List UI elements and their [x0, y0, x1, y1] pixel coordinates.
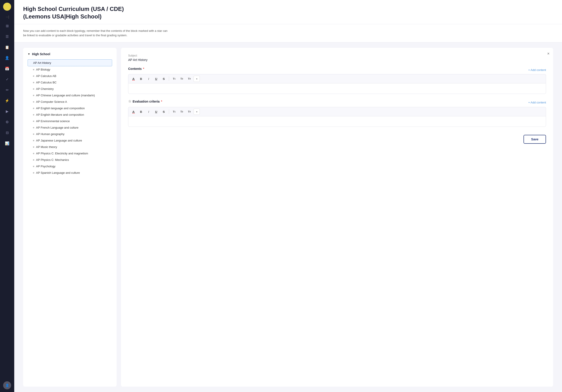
tree-item-label: AP Music theory — [36, 145, 57, 149]
main-content: High School Curriculum (USA / CDE) (Leem… — [14, 0, 562, 392]
sidebar: →| ⊞ ☰ 📋 👤 📅 ✓ ✏ ⚡ ▶ ⚙ ⊟ 📊 👤 — [0, 0, 14, 392]
star-icon: ☆ — [128, 99, 131, 104]
tree-item-dot — [33, 82, 34, 83]
tree-arrow[interactable]: ▼ — [28, 53, 30, 56]
separator-1 — [169, 77, 169, 81]
collapse-arrow[interactable]: →| — [4, 14, 10, 20]
tree-item-dot — [33, 95, 34, 96]
eval-heading3-btn[interactable]: T3 — [186, 109, 193, 115]
run-icon[interactable]: ▶ — [3, 107, 12, 116]
bold-btn[interactable]: B — [138, 76, 144, 82]
tree-item-dot — [33, 140, 34, 141]
subject-section: Subject AP Art History — [128, 54, 546, 62]
tools-icon[interactable]: ⚙ — [3, 117, 12, 126]
tree-item[interactable]: AP Spanish Language and culture — [28, 170, 112, 176]
tree-item-dot — [33, 166, 34, 167]
eval-italic-btn[interactable]: I — [145, 109, 152, 115]
eval-font-color-btn[interactable]: A — [130, 109, 137, 115]
tree-item[interactable]: AP Physics C: Mechanics — [28, 157, 112, 163]
edit-icon[interactable]: ✏ — [3, 85, 12, 94]
tree-item[interactable]: AP Japanese Language and culture — [28, 137, 112, 144]
tree-item-label: AP Calculus BC — [36, 81, 57, 84]
tree-item-label: AP English language and composition — [36, 107, 85, 110]
eval-heading1-btn[interactable]: T1 — [171, 109, 177, 115]
tree-panel: ▼ High School AP Art HistoryAP BIologyAP… — [23, 48, 117, 387]
add-content-button-eval[interactable]: + Add content — [528, 100, 546, 105]
subject-label: Subject — [128, 54, 546, 57]
evaluation-section: ☆ Evaluation criteria* + Add content A B… — [128, 99, 546, 127]
dashboard-icon[interactable]: ⊞ — [3, 21, 12, 30]
evaluation-header-row: ☆ Evaluation criteria* + Add content — [128, 99, 546, 106]
tree-item-dot — [33, 153, 34, 154]
evaluation-toolbar: A B I U S T1 T2 T3 ▾ — [128, 107, 546, 116]
tree-item[interactable]: AP English language and composition — [28, 105, 112, 112]
strikethrough-btn[interactable]: S — [160, 76, 167, 82]
tree-item[interactable]: AP Calculus AB — [28, 73, 112, 79]
calendar-icon[interactable]: 📅 — [3, 64, 12, 73]
users-icon[interactable]: 👤 — [3, 53, 12, 62]
underline-btn[interactable]: U — [153, 76, 160, 82]
tree-item-label: AP Environmental science — [36, 119, 70, 123]
tree-item[interactable]: AP Physics C: Electricity and magnetism — [28, 150, 112, 157]
tasks-icon[interactable]: ✓ — [3, 75, 12, 84]
tree-item-dot — [33, 69, 34, 70]
tree-item[interactable]: AP French Language and culture — [28, 124, 112, 131]
toolbar-dropdown-btn[interactable]: ▾ — [194, 76, 200, 82]
font-color-btn[interactable]: A — [130, 76, 137, 82]
tree-item[interactable]: AP Psychology — [28, 163, 112, 170]
tree-item-label: AP Physics C: Electricity and magnetism — [36, 152, 88, 155]
tree-item[interactable]: AP Art History — [28, 59, 112, 66]
tree-item-dot — [33, 159, 34, 161]
tree-item[interactable]: AP Computer Science A — [28, 99, 112, 105]
contents-editor[interactable] — [128, 83, 546, 94]
tree-item-label: AP Chinese Language and culture (mandari… — [36, 94, 95, 97]
eval-heading2-btn[interactable]: T2 — [178, 109, 185, 115]
save-button[interactable]: Save — [524, 135, 546, 144]
eval-separator-1 — [169, 109, 169, 114]
tree-item[interactable]: AP Human geography — [28, 131, 112, 137]
contents-header-row: Contents* + Add content — [128, 67, 546, 73]
tree-item-label: AP Human geography — [36, 132, 65, 136]
eval-toolbar-dropdown-btn[interactable]: ▾ — [194, 109, 200, 115]
tree-item[interactable]: AP Chemistry — [28, 86, 112, 92]
tree-item[interactable]: AP English literature and composition — [28, 112, 112, 118]
avatar[interactable]: 👤 — [3, 381, 11, 389]
heading1-btn[interactable]: T1 — [171, 76, 177, 82]
evaluation-editor[interactable] — [128, 116, 546, 127]
eval-bold-btn[interactable]: B — [138, 109, 144, 115]
tree-item[interactable]: AP Chinese Language and culture (mandari… — [28, 92, 112, 99]
heading3-btn[interactable]: T3 — [186, 76, 193, 82]
tree-item[interactable]: AP Calculus BC — [28, 79, 112, 86]
italic-btn[interactable]: I — [145, 76, 152, 82]
tree-item[interactable]: AP BIology — [28, 66, 112, 73]
contents-label: Contents* — [128, 67, 144, 70]
save-row: Save — [128, 132, 546, 144]
tree-item-label: AP Art History — [33, 61, 51, 65]
page-header: High School Curriculum (USA / CDE) (Leem… — [14, 0, 562, 24]
tree-item-label: AP Chemistry — [36, 87, 54, 91]
page-title: High School Curriculum (USA / CDE) (Leem… — [23, 5, 553, 21]
activity-icon[interactable]: ⚡ — [3, 96, 12, 105]
eval-strikethrough-btn[interactable]: S — [160, 109, 167, 115]
tree-item[interactable]: AP Environmental science — [28, 118, 112, 124]
tree-root-label: High School — [32, 52, 50, 56]
tree-item-label: AP Japanese Language and culture — [36, 139, 82, 142]
layout-icon[interactable]: ⊟ — [3, 128, 12, 137]
editor-panel: × Subject AP Art History Contents* + Add… — [121, 48, 553, 387]
tree-item-label: AP Spanish Language and culture — [36, 171, 80, 174]
heading2-btn[interactable]: T2 — [178, 76, 185, 82]
tree-item-dot — [33, 75, 34, 77]
tree-items-container: AP Art HistoryAP BIologyAP Calculus ABAP… — [28, 59, 112, 176]
content-icon[interactable]: ☰ — [3, 32, 12, 41]
chart-icon[interactable]: 📊 — [3, 139, 12, 148]
tree-item-label: AP French Language and culture — [36, 126, 79, 129]
close-button[interactable]: × — [547, 51, 550, 56]
tree-item-dot — [33, 146, 34, 148]
add-content-button-top[interactable]: + Add content — [528, 67, 546, 72]
tree-item-dot — [33, 108, 34, 109]
tree-item-dot — [33, 121, 34, 122]
tree-item[interactable]: AP Music theory — [28, 144, 112, 150]
eval-underline-btn[interactable]: U — [153, 109, 160, 115]
logo — [3, 3, 11, 11]
assignment-icon[interactable]: 📋 — [3, 43, 12, 52]
